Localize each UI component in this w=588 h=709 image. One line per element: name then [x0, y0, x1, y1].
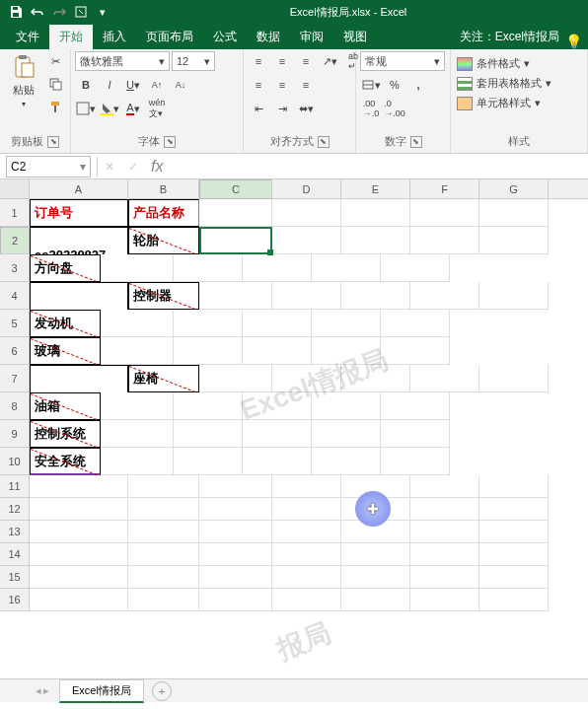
cell-D3[interactable] [174, 254, 243, 282]
cell-A12[interactable] [30, 498, 128, 521]
align-top-icon[interactable]: ≡ [248, 51, 269, 71]
cell-F9[interactable] [312, 420, 381, 448]
cell-D12[interactable] [272, 498, 341, 521]
cell-G13[interactable] [479, 521, 549, 543]
cell-F5[interactable] [312, 310, 381, 337]
comma-icon[interactable]: , [407, 75, 429, 95]
cell-A1[interactable]: 订单号 [30, 199, 128, 227]
row-header[interactable]: 15 [0, 566, 30, 589]
cell-D9[interactable] [174, 420, 243, 448]
clipboard-launcher-icon[interactable]: ⬊ [47, 136, 59, 148]
cell-C1[interactable] [199, 199, 272, 227]
cell-C3[interactable] [101, 254, 174, 282]
cell-G16[interactable] [479, 589, 549, 611]
cell-E7[interactable] [341, 365, 410, 392]
row-header[interactable]: 16 [0, 589, 30, 611]
conditional-format-button[interactable]: 条件格式▾ [455, 55, 532, 72]
row-header[interactable]: 13 [0, 521, 30, 543]
cell-C5[interactable] [101, 310, 174, 337]
row-header[interactable]: 10 [0, 448, 30, 475]
cut-icon[interactable]: ✂ [44, 51, 66, 71]
cell-C16[interactable] [199, 589, 272, 611]
cell-B12[interactable] [128, 498, 199, 521]
phonetic-icon[interactable]: wén文▾ [146, 99, 168, 118]
cell-A16[interactable] [30, 589, 128, 611]
cell-B2[interactable]: 轮胎 [128, 227, 199, 254]
cell-E3[interactable] [243, 254, 312, 282]
cell-D8[interactable] [174, 392, 243, 420]
cell-F7[interactable] [410, 365, 479, 392]
format-as-table-button[interactable]: 套用表格格式▾ [455, 75, 553, 92]
cell-G11[interactable] [479, 475, 549, 498]
cell-E14[interactable] [341, 543, 410, 566]
cell-D5[interactable] [174, 310, 243, 337]
sheet-nav-prev-icon[interactable]: ◂ [36, 684, 41, 697]
row-header[interactable]: 11 [0, 475, 30, 498]
qat-dropdown-icon[interactable]: ▾ [93, 2, 112, 22]
undo-icon[interactable] [28, 2, 47, 22]
cell-C12[interactable] [199, 498, 272, 521]
cell-F10[interactable] [312, 448, 381, 475]
cell-C14[interactable] [199, 543, 272, 566]
fill-color-icon[interactable]: ▾ [99, 99, 120, 118]
cell-B7[interactable]: 座椅 [128, 365, 199, 392]
cell-G7[interactable] [479, 365, 549, 392]
cell-G2[interactable] [479, 227, 549, 254]
cell-E1[interactable] [341, 199, 410, 227]
cell-C6[interactable] [101, 337, 174, 365]
italic-icon[interactable]: I [99, 75, 120, 95]
sheet-nav-next-icon[interactable]: ▸ [43, 684, 49, 697]
row-header[interactable]: 6 [0, 337, 30, 365]
cell-A14[interactable] [30, 543, 128, 566]
sheet-tab[interactable]: Excel情报局 [59, 679, 144, 703]
cell-C15[interactable] [199, 566, 272, 589]
cell-G10[interactable] [381, 448, 450, 475]
cell-F8[interactable] [312, 392, 381, 420]
decrease-indent-icon[interactable]: ⇤ [248, 99, 269, 118]
border-icon[interactable]: ▾ [75, 99, 97, 118]
paste-button[interactable]: 粘贴 ▾ [4, 51, 42, 110]
tab-data[interactable]: 数据 [247, 25, 290, 49]
cell-B15[interactable] [128, 566, 199, 589]
cell-G15[interactable] [479, 566, 549, 589]
cell-A15[interactable] [30, 566, 128, 589]
row-header[interactable]: 8 [0, 392, 30, 420]
alignment-launcher-icon[interactable]: ⬊ [318, 136, 330, 148]
cell-G1[interactable] [479, 199, 549, 227]
cell-D10[interactable] [174, 448, 243, 475]
align-right-icon[interactable]: ≡ [295, 75, 317, 95]
copy-icon[interactable] [44, 74, 66, 94]
cell-E4[interactable] [341, 282, 410, 310]
bold-icon[interactable]: B [75, 75, 97, 95]
cell-F12[interactable] [410, 498, 479, 521]
column-header-A[interactable]: A [30, 179, 128, 198]
decrease-font-icon[interactable]: A↓ [170, 75, 191, 95]
cell-D11[interactable] [272, 475, 341, 498]
cell-G6[interactable] [381, 337, 450, 365]
tab-file[interactable]: 文件 [6, 25, 49, 49]
cell-F2[interactable] [410, 227, 479, 254]
add-sheet-button[interactable]: + [152, 681, 172, 701]
cell-B9[interactable]: 控制系统 [30, 420, 101, 448]
enter-formula-icon[interactable]: ✓ [121, 160, 145, 174]
cell-B3[interactable]: 方向盘 [30, 254, 101, 282]
cell-A13[interactable] [30, 521, 128, 543]
cell-F16[interactable] [410, 589, 479, 611]
column-header-B[interactable]: B [128, 179, 199, 198]
cell-C9[interactable] [101, 420, 174, 448]
align-middle-icon[interactable]: ≡ [271, 51, 293, 71]
redo-icon[interactable] [49, 2, 69, 22]
merge-center-icon[interactable]: ⬌▾ [295, 99, 317, 118]
format-painter-icon[interactable] [44, 97, 66, 116]
grid-rows[interactable]: 1订单号产品名称2as20220827轮胎3方向盘4as20220830控制器5… [0, 199, 588, 611]
row-header[interactable]: 7 [0, 365, 30, 392]
cell-E10[interactable] [243, 448, 312, 475]
align-left-icon[interactable]: ≡ [248, 75, 269, 95]
cell-D4[interactable] [272, 282, 341, 310]
cell-G4[interactable] [479, 282, 549, 310]
save-icon[interactable] [6, 2, 26, 22]
cell-G9[interactable] [381, 420, 450, 448]
cell-E16[interactable] [341, 589, 410, 611]
cell-B6[interactable]: 玻璃 [30, 337, 101, 365]
cell-B13[interactable] [128, 521, 199, 543]
